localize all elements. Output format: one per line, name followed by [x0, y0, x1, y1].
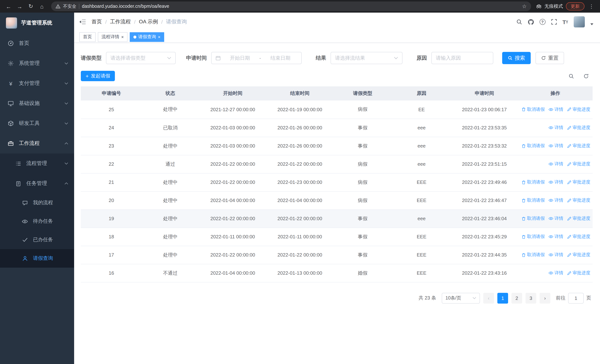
leave-type-select[interactable]: 请选择请假类型 [106, 52, 176, 64]
cell-reason: eee [393, 137, 451, 155]
sidebar-item-my-processes[interactable]: 我的流程 [0, 194, 74, 212]
cell-type: 事假 [333, 228, 393, 246]
cell-applied: 2022-01-22 23:53:32 [451, 137, 518, 155]
reset-button[interactable]: 重置 [535, 52, 564, 64]
page-button-1[interactable]: 1 [497, 293, 508, 303]
incognito-label: 无痕模式 [544, 3, 563, 9]
detail-link[interactable]: 详情 [548, 233, 563, 240]
user-avatar[interactable] [574, 16, 585, 28]
chrome-menu-icon[interactable]: ⋮ [587, 3, 596, 9]
sidebar-item-label: 流程管理 [26, 160, 47, 167]
sidebar-item-process-management[interactable]: 流程管理 [0, 153, 74, 173]
sidebar-item-leave-query[interactable]: 请假查询 [0, 249, 74, 268]
page-size-select[interactable]: 10条/页 [442, 293, 480, 303]
detail-link[interactable]: 详情 [548, 270, 563, 276]
sidebar-item-payment[interactable]: ¥ 支付管理 [0, 73, 74, 93]
sidebar-item-label: 任务管理 [26, 180, 47, 187]
approval-progress-link[interactable]: 审批进度 [567, 161, 590, 167]
reload-icon[interactable]: ↻ [26, 1, 36, 11]
approval-progress-link[interactable]: 审批进度 [567, 125, 590, 131]
chevron-down-icon [65, 62, 68, 65]
breadcrumb-item-home[interactable]: 首页 [92, 19, 102, 25]
table-row: 22 通过 2022-01-22 00:00:00 2022-01-22 00:… [81, 155, 593, 173]
refresh-icon[interactable] [581, 72, 590, 80]
chrome-update-button[interactable]: 更新 [566, 2, 584, 10]
fullscreen-icon[interactable] [551, 19, 557, 25]
detail-link[interactable]: 详情 [548, 143, 563, 149]
sidebar-item-label: 请假查询 [33, 255, 53, 262]
reason-input[interactable] [432, 52, 493, 64]
font-size-icon[interactable]: TT [562, 19, 568, 25]
app-frame: 芋道管理系统 首页 系统管理 ¥ 支付管理 [0, 13, 600, 364]
omnibox-divider [79, 4, 79, 9]
sidebar-item-todo-tasks[interactable]: 待办任务 [0, 212, 74, 231]
sidebar-item-system[interactable]: 系统管理 [0, 53, 74, 73]
goto-page-input[interactable] [568, 293, 584, 303]
table-row: 19 处理中 2022-01-22 00:00:00 2022-01-22 00… [81, 209, 593, 228]
caret-down-icon[interactable] [590, 23, 593, 25]
sidebar-item-workflow[interactable]: 工作流程 [0, 133, 74, 153]
detail-link[interactable]: 详情 [548, 179, 563, 185]
address-bar[interactable]: 不安全 dashboard.yudao.iocoder.cn/bpm/oa/le… [51, 1, 531, 11]
tab-process-detail[interactable]: 流程详情 × [98, 32, 128, 42]
detail-link[interactable]: 详情 [548, 106, 563, 113]
bookmark-star-icon[interactable]: ☆ [522, 3, 527, 9]
detail-link[interactable]: 详情 [548, 252, 563, 258]
approval-progress-link[interactable]: 审批进度 [567, 215, 590, 222]
cancel-leave-link[interactable]: 取消请假 [521, 197, 545, 204]
sidebar-item-home[interactable]: 首页 [0, 33, 74, 53]
breadcrumb-item-workflow[interactable]: 工作流程 [110, 19, 131, 25]
approval-progress-link[interactable]: 审批进度 [567, 233, 590, 240]
search-button[interactable]: 搜索 [502, 52, 531, 64]
sidebar-item-infrastructure[interactable]: 基础设施 [0, 93, 74, 113]
table-row: 21 处理中 2022-01-22 00:00:00 2022-01-23 00… [81, 173, 593, 191]
cancel-leave-link[interactable]: 取消请假 [521, 106, 545, 113]
approval-progress-link[interactable]: 审批进度 [567, 179, 590, 185]
detail-link[interactable]: 详情 [548, 161, 563, 167]
detail-link[interactable]: 详情 [548, 197, 563, 204]
sidebar-collapse-icon[interactable] [79, 19, 86, 25]
search-toggle-icon[interactable] [567, 72, 576, 80]
cancel-leave-link[interactable]: 取消请假 [521, 233, 545, 240]
cell-end: 2022-01-11 00:00:00 [267, 228, 333, 246]
sidebar-item-done-tasks[interactable]: 已办任务 [0, 231, 74, 249]
approval-progress-link[interactable]: 审批进度 [567, 270, 590, 276]
result-select[interactable]: 请选择流结果 [331, 52, 403, 64]
help-icon[interactable]: ? [539, 19, 545, 25]
page-button-2[interactable]: 2 [511, 293, 522, 303]
sidebar-item-devtools[interactable]: 研发工具 [0, 113, 74, 133]
approval-progress-link[interactable]: 审批进度 [567, 106, 590, 113]
create-leave-button[interactable]: + 发起请假 [81, 71, 115, 81]
sidebar-item-task-management[interactable]: 任务管理 [0, 173, 74, 194]
approval-progress-link[interactable]: 审批进度 [567, 197, 590, 204]
tab-home[interactable]: 首页 [79, 32, 96, 42]
approval-progress-link[interactable]: 审批进度 [567, 143, 590, 149]
back-icon[interactable]: ← [4, 1, 13, 11]
next-page-button[interactable]: › [540, 293, 550, 303]
tab-leave-query[interactable]: 请假查询 × [130, 32, 164, 42]
close-icon[interactable]: × [121, 35, 124, 39]
security-label: 不安全 [63, 3, 76, 9]
cancel-leave-link[interactable]: 取消请假 [521, 215, 545, 222]
end-date-input[interactable]: 结束日期 [264, 55, 297, 61]
chevron-down-icon [167, 57, 171, 59]
active-dot [133, 35, 136, 38]
cancel-leave-link[interactable]: 取消请假 [521, 179, 545, 185]
detail-link[interactable]: 详情 [548, 125, 563, 131]
github-icon[interactable] [527, 19, 534, 25]
page-button-3[interactable]: 3 [525, 293, 536, 303]
approval-progress-link[interactable]: 审批进度 [567, 252, 590, 258]
prev-page-button[interactable]: ‹ [483, 293, 494, 303]
apply-time-range-picker[interactable]: 开始日期 - 结束日期 [211, 52, 302, 64]
cancel-leave-link[interactable]: 取消请假 [521, 143, 545, 149]
start-date-input[interactable]: 开始日期 [223, 55, 257, 61]
cancel-leave-link[interactable]: 取消请假 [521, 252, 545, 258]
detail-link[interactable]: 详情 [548, 215, 563, 222]
home-icon[interactable]: ⌂ [37, 1, 47, 11]
forward-icon[interactable]: → [15, 1, 24, 11]
search-icon[interactable] [516, 19, 522, 25]
breadcrumb-item-oa-example[interactable]: OA 示例 [139, 19, 158, 25]
close-icon[interactable]: × [158, 35, 160, 39]
breadcrumb: 首页 / 工作流程 / OA 示例 / 请假查询 [92, 19, 187, 25]
header-actions: ? TT [516, 16, 593, 28]
